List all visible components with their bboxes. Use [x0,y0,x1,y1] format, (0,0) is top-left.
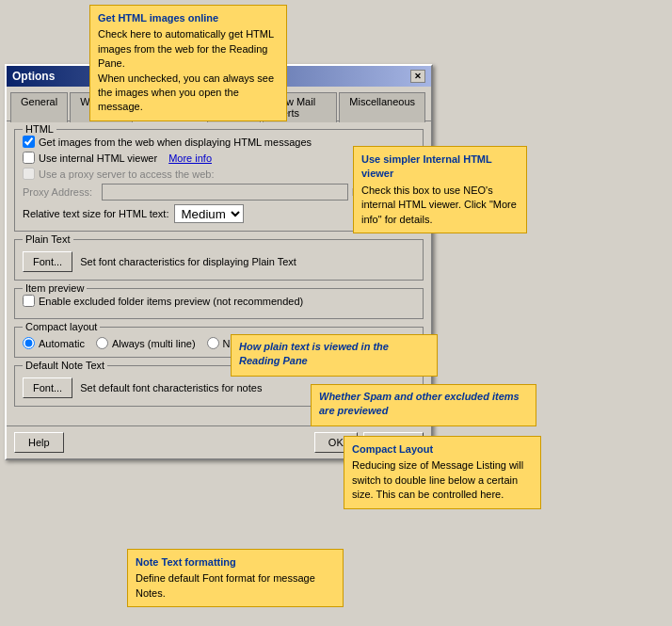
help-button[interactable]: Help [14,432,64,453]
default-note-group-label: Default Note Text [23,360,107,371]
radio-always-multi-input[interactable] [96,337,108,349]
use-internal-label: Use internal HTML viewer [39,152,157,164]
tab-miscellaneous[interactable]: Miscellaneous [339,92,425,122]
plain-text-font-row: Font... Set font characteristics for dis… [23,251,415,272]
plain-text-group-label: Plain Text [23,233,73,245]
html-group-label: HTML [23,123,56,135]
get-images-checkbox[interactable] [23,136,35,148]
tooltip-note-text-body: Define default Font format for message N… [136,572,315,598]
proxy-address-input[interactable] [102,184,348,201]
tab-general[interactable]: General [10,92,68,122]
plain-text-font-button[interactable]: Font... [23,251,72,272]
compact-layout-group-label: Compact layout [23,321,100,332]
title-bar-buttons: ✕ [410,70,425,83]
tooltip-html-images-title: Get HTML images online [98,11,279,25]
tooltip-html-images-body: Check here to automatically get HTML ima… [98,28,274,112]
item-preview-group: Item preview Enable excluded folder item… [14,288,424,319]
use-proxy-checkbox[interactable] [23,168,35,180]
use-proxy-label: Use a proxy server to access the web: [39,169,214,180]
more-info-link[interactable]: More info [168,152,212,164]
tooltip-plain-text-title: How plain text is viewed in the Reading … [239,340,429,369]
tooltip-internal-html-body: Check this box to use NEO's internal HTM… [361,185,517,225]
tooltip-plain-text: How plain text is viewed in the Reading … [231,334,438,377]
tooltip-internal-html-title: Use simpler Internal HTML viewer [361,152,519,182]
radio-never-single-input[interactable] [207,337,219,349]
tooltip-html-images: Get HTML images online Check here to aut… [89,5,287,121]
text-size-select[interactable]: Small Medium Large [174,204,244,223]
radio-automatic: Automatic [23,337,85,349]
enable-preview-checkbox[interactable] [23,295,35,307]
use-internal-checkbox[interactable] [23,152,35,164]
close-button[interactable]: ✕ [410,70,425,83]
item-preview-group-label: Item preview [23,282,87,294]
tooltip-note-text-title: Note Text formatting [136,555,335,570]
tooltip-compact-layout-title: Compact Layout [352,442,533,457]
radio-automatic-label: Automatic [39,338,85,349]
tooltip-note-text: Note Text formatting Define default Font… [127,549,344,607]
plain-text-font-desc: Set font characteristics for displaying … [80,256,296,267]
text-size-label: Relative text size for HTML text: [23,208,168,219]
dialog-title: Options [12,70,55,83]
get-images-label: Get images from the web when displaying … [39,136,312,148]
tooltip-compact-layout-body: Reducing size of Message Listing will sw… [352,459,523,500]
radio-always-multi: Always (multi line) [96,337,196,349]
radio-always-multi-label: Always (multi line) [112,338,196,349]
proxy-address-label: Proxy Address: [23,186,98,198]
radio-automatic-input[interactable] [23,337,35,349]
note-font-button[interactable]: Font... [23,377,72,398]
enable-preview-label: Enable excluded folder items preview (no… [39,296,303,307]
plain-text-group: Plain Text Font... Set font characterist… [14,239,424,281]
tooltip-internal-html: Use simpler Internal HTML viewer Check t… [353,146,527,233]
enable-preview-row: Enable excluded folder items preview (no… [23,295,415,307]
tooltip-excluded-items: Whether Spam and other excluded items ar… [311,384,536,426]
tooltip-excluded-items-title: Whether Spam and other excluded items ar… [319,390,528,419]
tooltip-compact-layout: Compact Layout Reducing size of Message … [344,436,541,509]
note-font-desc: Set default font characteristics for not… [80,382,262,393]
